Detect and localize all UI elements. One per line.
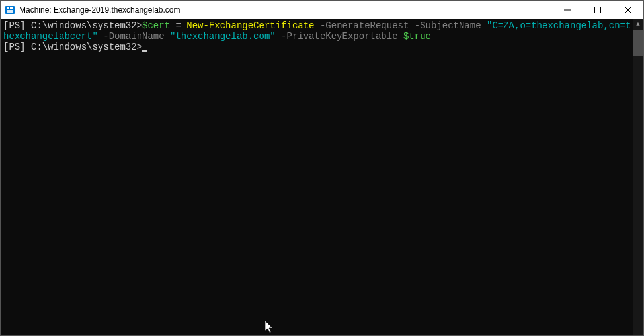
- window-title: Machine: Exchange-2019.thexchangelab.com: [19, 5, 552, 15]
- prompt-path: C:\windows\system32>: [31, 21, 142, 31]
- window-controls: [552, 1, 643, 19]
- scroll-up-arrow-icon[interactable]: ▲: [633, 19, 643, 30]
- application-window: Machine: Exchange-2019.thexchangelab.com…: [0, 0, 644, 336]
- ps-param: -PrivateKeyExportable: [281, 31, 397, 42]
- vertical-scrollbar[interactable]: ▲: [633, 19, 643, 335]
- ps-cmdlet: New-ExchangeCertificate: [186, 21, 314, 31]
- scrollbar-thumb[interactable]: [633, 30, 643, 56]
- titlebar[interactable]: Machine: Exchange-2019.thexchangelab.com: [1, 1, 643, 19]
- prompt-path: C:\windows\system32>: [31, 42, 142, 52]
- terminal-content[interactable]: [PS] C:\windows\system32>$cert = New-Exc…: [3, 21, 643, 52]
- ps-bool: $true: [403, 31, 431, 42]
- ps-operator: =: [170, 21, 186, 31]
- close-button[interactable]: [613, 1, 643, 19]
- svg-rect-2: [10, 7, 13, 9]
- ps-param: -DomainName: [103, 31, 164, 42]
- minimize-button[interactable]: [552, 1, 583, 19]
- svg-rect-3: [7, 10, 13, 13]
- svg-rect-1: [7, 7, 9, 9]
- prompt-prefix: [PS]: [3, 21, 31, 31]
- text-cursor: [142, 50, 147, 52]
- ps-string: "thexchangelab.com": [170, 31, 276, 42]
- mouse-pointer-icon: [265, 321, 274, 335]
- prompt-prefix: [PS]: [3, 42, 31, 52]
- app-icon: [5, 5, 15, 15]
- svg-rect-5: [595, 7, 601, 13]
- terminal-pane[interactable]: [PS] C:\windows\system32>$cert = New-Exc…: [1, 19, 643, 335]
- ps-param: -GenerateRequest: [320, 21, 409, 31]
- ps-variable: $cert: [142, 21, 170, 31]
- ps-param: -SubjectName: [415, 21, 481, 31]
- maximize-button[interactable]: [583, 1, 613, 19]
